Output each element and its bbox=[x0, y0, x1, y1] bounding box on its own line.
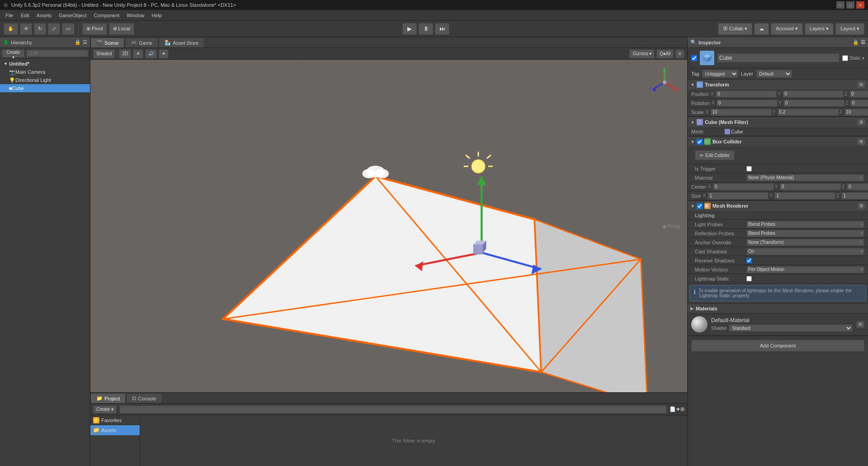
position-z-input[interactable] bbox=[849, 90, 868, 98]
search-gizmos[interactable]: Q♦All bbox=[656, 49, 674, 58]
gizmos-button[interactable]: Gizmos ▾ bbox=[629, 49, 655, 58]
scale-x-input[interactable] bbox=[711, 109, 772, 116]
hierarchy-menu-icon[interactable]: ☰ bbox=[83, 39, 87, 45]
project-icon-1[interactable]: 📄 bbox=[670, 406, 676, 412]
fx-toggle[interactable]: ✦ bbox=[159, 49, 169, 58]
receive-shadows-checkbox[interactable] bbox=[746, 258, 752, 263]
project-search-input[interactable] bbox=[119, 405, 667, 414]
tab-scene[interactable]: 🎬 Scene bbox=[90, 38, 124, 48]
hand-tool[interactable]: ✋ bbox=[4, 23, 18, 35]
account-button[interactable]: Account ▾ bbox=[771, 23, 803, 35]
hierarchy-item-camera[interactable]: 📷 Main Camera bbox=[0, 68, 90, 76]
center-z-input[interactable] bbox=[847, 183, 868, 190]
add-component-button[interactable]: Add Component bbox=[691, 340, 864, 352]
mesh-filter-header[interactable]: ▼ ⬡ Cube (Mesh Filter) ⚙ bbox=[688, 117, 868, 127]
materials-header[interactable]: ▶ Materials bbox=[688, 304, 868, 314]
lighting-toggle[interactable]: ☀ bbox=[133, 49, 143, 58]
hierarchy-search-input[interactable] bbox=[26, 50, 88, 57]
motion-vectors-value[interactable]: Per Object Motion ▾ bbox=[746, 266, 864, 273]
position-x-input[interactable] bbox=[716, 90, 777, 98]
mesh-renderer-header[interactable]: ▼ ▣ Mesh Renderer ⚙ bbox=[688, 201, 868, 211]
hierarchy-create-button[interactable]: Create ▾ bbox=[2, 49, 24, 57]
tab-console[interactable]: ⊡ Console bbox=[126, 393, 162, 403]
box-collider-enabled-checkbox[interactable] bbox=[697, 139, 703, 145]
audio-toggle[interactable]: 🔊 bbox=[145, 49, 157, 58]
transform-settings-button[interactable]: ⚙ bbox=[857, 81, 865, 88]
cast-shadows-value[interactable]: On ▾ bbox=[746, 248, 864, 255]
object-active-checkbox[interactable] bbox=[691, 55, 697, 61]
project-icon-3[interactable]: ⊞ bbox=[680, 406, 684, 412]
scene-viewport[interactable]: ◀ Persp Y X bbox=[90, 60, 687, 392]
layout-button[interactable]: Layout ▾ bbox=[835, 23, 864, 35]
object-name-input[interactable] bbox=[717, 53, 840, 62]
layer-filter[interactable]: ≡ bbox=[675, 49, 684, 58]
light-probes-value[interactable]: Blend Probes ▾ bbox=[746, 221, 864, 228]
box-collider-settings-button[interactable]: ⚙ bbox=[857, 138, 865, 145]
box-collider-header[interactable]: ▼ □ Box Collider ⚙ bbox=[688, 137, 868, 147]
menu-gameobject[interactable]: GameObject bbox=[55, 12, 90, 19]
scale-z-input[interactable] bbox=[844, 109, 868, 116]
center-y-input[interactable] bbox=[780, 183, 841, 190]
shaded-dropdown[interactable]: Shaded bbox=[93, 49, 115, 58]
menu-assets[interactable]: Assets bbox=[33, 12, 55, 19]
twod-button[interactable]: 2D bbox=[119, 49, 131, 58]
assets-item[interactable]: 📁 Assets bbox=[90, 425, 140, 435]
play-button[interactable]: ▶ bbox=[402, 23, 417, 35]
hierarchy-lock-icon[interactable]: 🔒 bbox=[75, 39, 81, 45]
hierarchy-item-untitled[interactable]: ▼ Untitled* bbox=[0, 60, 90, 68]
pivot-button[interactable]: ⊕ Pivot bbox=[82, 23, 107, 35]
rect-tool[interactable]: ▭ bbox=[62, 23, 75, 35]
pause-button[interactable]: ⏸ bbox=[419, 23, 433, 35]
minimize-button[interactable]: ─ bbox=[836, 1, 844, 9]
project-create-button[interactable]: Create ▾ bbox=[93, 405, 117, 414]
menu-help[interactable]: Help bbox=[148, 12, 165, 19]
menu-window[interactable]: Window bbox=[123, 12, 148, 19]
static-dropdown-arrow[interactable]: ▾ bbox=[862, 56, 864, 61]
maximize-button[interactable]: □ bbox=[846, 1, 854, 9]
scale-tool[interactable]: ⤢ bbox=[48, 23, 60, 35]
inspector-menu-icon[interactable]: ☰ bbox=[861, 39, 865, 45]
is-trigger-checkbox[interactable] bbox=[746, 166, 752, 171]
shader-select[interactable]: Standard bbox=[729, 324, 853, 332]
tag-select[interactable]: Untagged bbox=[702, 70, 738, 78]
project-icon-2[interactable]: ★ bbox=[676, 406, 680, 412]
rotate-tool[interactable]: ↻ bbox=[34, 23, 46, 35]
close-button[interactable]: ✕ bbox=[856, 1, 864, 9]
mesh-renderer-settings-button[interactable]: ⚙ bbox=[857, 202, 865, 209]
size-x-input[interactable] bbox=[708, 192, 769, 200]
inspector-lock-icon[interactable]: 🔒 bbox=[853, 39, 859, 45]
size-y-input[interactable] bbox=[774, 192, 835, 200]
center-x-input[interactable] bbox=[713, 183, 774, 190]
rotation-z-input[interactable] bbox=[850, 100, 868, 107]
reflection-probes-value[interactable]: Blend Probes ▾ bbox=[746, 230, 864, 237]
collider-material-value[interactable]: None (Physic Material) ⊙ bbox=[746, 174, 864, 181]
size-z-input[interactable] bbox=[841, 192, 868, 200]
tab-game[interactable]: 🎮 Game bbox=[125, 38, 158, 48]
local-button[interactable]: ⊕ Local bbox=[109, 23, 134, 35]
rotation-y-input[interactable] bbox=[783, 100, 844, 107]
favorites-item[interactable]: ⭐ Favorites bbox=[90, 415, 140, 425]
hierarchy-item-light[interactable]: 💡 Directional Light bbox=[0, 76, 90, 84]
move-tool[interactable]: ✛ bbox=[20, 23, 32, 35]
hierarchy-item-cube[interactable]: ■ Cube bbox=[0, 84, 90, 92]
menu-file[interactable]: File bbox=[2, 12, 17, 19]
lightmap-static-checkbox[interactable] bbox=[746, 276, 752, 281]
tab-project[interactable]: 📁 Project bbox=[90, 393, 126, 403]
collab-button[interactable]: ⦿ Collab ▾ bbox=[718, 23, 752, 35]
menu-edit[interactable]: Edit bbox=[17, 12, 33, 19]
mesh-filter-settings-button[interactable]: ⚙ bbox=[857, 119, 865, 126]
static-checkbox[interactable] bbox=[842, 55, 848, 61]
material-settings-button[interactable]: ⚙ bbox=[856, 321, 864, 328]
rotation-x-input[interactable] bbox=[717, 100, 778, 107]
step-button[interactable]: ⏭ bbox=[435, 23, 449, 35]
layers-button[interactable]: Layers ▾ bbox=[805, 23, 834, 35]
tab-asset-store[interactable]: 🏪 Asset Store bbox=[159, 38, 204, 48]
menu-component[interactable]: Component bbox=[90, 12, 123, 19]
mesh-renderer-enabled-checkbox[interactable] bbox=[697, 203, 703, 209]
position-y-input[interactable] bbox=[783, 90, 844, 98]
cloud-button[interactable]: ☁ bbox=[754, 23, 769, 35]
transform-header[interactable]: ▼ ↔ Transform ⚙ bbox=[688, 80, 868, 90]
anchor-override-value[interactable]: None (Transform) ⊙ bbox=[746, 239, 864, 246]
edit-collider-button[interactable]: ✏ Edit Collider bbox=[695, 150, 735, 160]
layer-select[interactable]: Default bbox=[756, 70, 792, 78]
